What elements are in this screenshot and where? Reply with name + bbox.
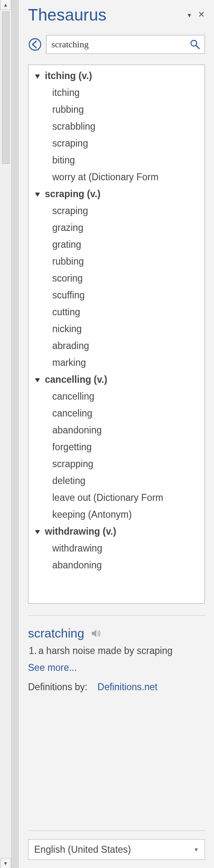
result-item[interactable]: cancelling [28, 388, 205, 405]
language-select[interactable]: English (United States) ▼ [28, 839, 205, 860]
result-item[interactable]: worry at (Dictionary Form [28, 169, 205, 186]
pane-options-icon[interactable]: ▼ [186, 12, 192, 19]
result-item[interactable]: nicking [28, 321, 205, 337]
thesaurus-pane: Thesaurus ▼ ✕ itching (v.)itchingrubbing… [19, 0, 214, 868]
search-input[interactable] [51, 39, 190, 50]
definition-entry: 1.a harsh noise made by scraping [28, 645, 205, 657]
collapse-icon [35, 530, 40, 534]
result-item[interactable]: marking [28, 354, 205, 371]
result-group-header[interactable]: scraping (v.) [28, 186, 205, 202]
result-item[interactable]: scuffing [28, 287, 205, 304]
result-item[interactable]: scrabbling [28, 118, 205, 135]
svg-point-0 [29, 39, 41, 50]
definitions-credit: Definitions by: Definitions.net [28, 682, 205, 693]
result-item[interactable]: abandoning [28, 557, 205, 574]
result-item[interactable]: scoring [28, 270, 205, 287]
result-group-header[interactable]: itching (v.) [28, 67, 205, 84]
scroll-down-icon[interactable]: ▼ [0, 858, 11, 868]
group-header-label: itching (v.) [45, 70, 92, 81]
back-button[interactable] [28, 37, 42, 51]
divider [28, 615, 205, 616]
pane-title: Thesaurus [28, 6, 107, 24]
result-item[interactable]: abandoning [28, 422, 205, 439]
language-selected-label: English (United States) [34, 844, 131, 855]
result-item[interactable]: grating [28, 236, 205, 253]
see-more-link[interactable]: See more... [28, 662, 205, 673]
result-item[interactable]: scrapping [28, 456, 205, 472]
search-icon[interactable] [190, 39, 200, 50]
result-group-header[interactable]: withdrawing (v.) [28, 523, 205, 540]
result-item[interactable]: scraping [28, 135, 205, 152]
results-list[interactable]: itching (v.)itchingrubbingscrabblingscra… [28, 65, 205, 604]
group-header-label: cancelling (v.) [45, 374, 107, 385]
search-box[interactable] [46, 35, 205, 54]
result-item[interactable]: itching [28, 84, 205, 101]
result-item[interactable]: withdrawing [28, 540, 205, 557]
result-item[interactable]: abrading [28, 337, 205, 354]
close-icon[interactable]: ✕ [198, 10, 205, 19]
result-item[interactable]: keeping (Antonym) [28, 506, 205, 523]
collapse-icon [35, 74, 40, 79]
speaker-icon[interactable] [91, 629, 102, 638]
result-item[interactable]: leave out (Dictionary Form [28, 489, 205, 506]
result-item[interactable]: forgetting [28, 439, 205, 456]
result-item[interactable]: canceling [28, 405, 205, 422]
divider [28, 831, 205, 831]
definition-word: scratching [28, 626, 84, 640]
result-group-header[interactable]: cancelling (v.) [28, 371, 205, 388]
result-item[interactable]: rubbing [28, 101, 205, 118]
result-item[interactable]: biting [28, 152, 205, 169]
collapse-icon [35, 378, 40, 382]
svg-line-2 [196, 45, 199, 49]
scroll-thumb[interactable] [2, 12, 9, 164]
document-margin [12, 0, 19, 868]
group-header-label: withdrawing (v.) [45, 526, 116, 537]
result-item[interactable]: deleting [28, 472, 205, 489]
chevron-down-icon: ▼ [193, 847, 199, 853]
document-scrollbar[interactable]: ▲ ▼ [0, 0, 12, 868]
definitions-source-link[interactable]: Definitions.net [98, 682, 158, 692]
collapse-icon [35, 193, 40, 197]
scroll-up-icon[interactable]: ▲ [0, 0, 11, 10]
result-item[interactable]: rubbing [28, 253, 205, 270]
group-header-label: scraping (v.) [45, 188, 100, 199]
result-item[interactable]: cutting [28, 304, 205, 321]
result-item[interactable]: scraping [28, 202, 205, 219]
result-item[interactable]: grazing [28, 219, 205, 236]
